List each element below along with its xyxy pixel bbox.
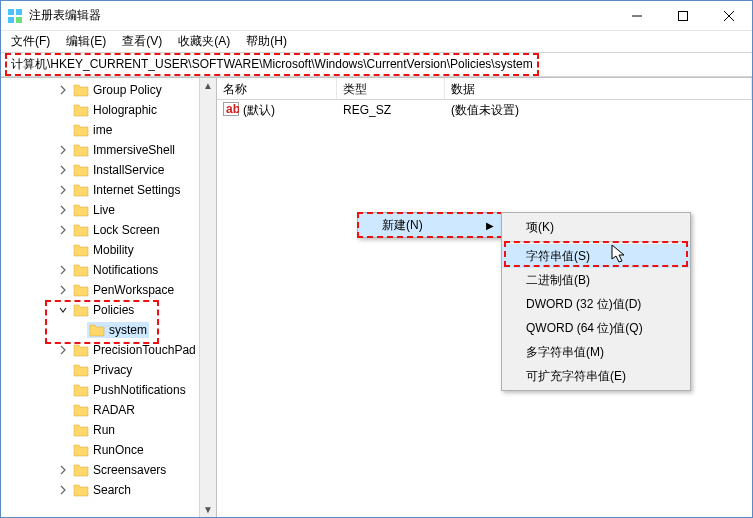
tree-toggle-icon[interactable] <box>57 484 69 496</box>
tree-item[interactable]: Mobility <box>1 240 216 260</box>
value-row[interactable]: ab (默认) REG_SZ (数值未设置) <box>217 100 752 120</box>
tree-toggle-icon[interactable] <box>57 444 69 456</box>
tree-item[interactable]: ImmersiveShell <box>1 140 216 160</box>
tree-item-label: Mobility <box>93 243 134 257</box>
tree-item[interactable]: Lock Screen <box>1 220 216 240</box>
tree-item[interactable]: Run <box>1 420 216 440</box>
tree-item-label: Lock Screen <box>93 223 160 237</box>
tree-toggle-icon[interactable] <box>57 264 69 276</box>
close-button[interactable] <box>706 1 752 30</box>
tree-toggle-icon[interactable] <box>57 284 69 296</box>
col-name[interactable]: 名称 <box>217 78 337 99</box>
tree-item[interactable]: Live <box>1 200 216 220</box>
menu-view[interactable]: 查看(V) <box>114 31 170 52</box>
ctx-sub-multi[interactable]: 多字符串值(M) <box>502 340 690 364</box>
tree-item[interactable]: Holographic <box>1 100 216 120</box>
tree-toggle-icon[interactable] <box>57 404 69 416</box>
tree-toggle-icon[interactable] <box>57 364 69 376</box>
tree-item-label: Run <box>93 423 115 437</box>
tree-item[interactable]: Search <box>1 480 216 500</box>
tree-toggle-icon[interactable] <box>57 384 69 396</box>
menu-favorites[interactable]: 收藏夹(A) <box>170 31 238 52</box>
tree-item[interactable]: PrecisionTouchPad <box>1 340 216 360</box>
values-panel: 名称 类型 数据 ab (默认) REG_SZ <box>217 78 752 517</box>
tree-item-label: Notifications <box>93 263 158 277</box>
context-menu: 新建(N) ▶ <box>357 212 503 238</box>
tree-toggle-icon[interactable] <box>57 164 69 176</box>
tree-panel: Group PolicyHolographicimeImmersiveShell… <box>1 78 217 517</box>
addressbar: 计算机\HKEY_CURRENT_USER\SOFTWARE\Microsoft… <box>1 53 752 77</box>
submenu-arrow-icon: ▶ <box>486 220 494 231</box>
tree-item-label: Internet Settings <box>93 183 180 197</box>
menu-edit[interactable]: 编辑(E) <box>58 31 114 52</box>
col-type[interactable]: 类型 <box>337 78 445 99</box>
string-value-icon: ab <box>223 102 239 119</box>
tree-item[interactable]: Notifications <box>1 260 216 280</box>
ctx-sub-binary[interactable]: 二进制值(B) <box>502 268 690 292</box>
tree-item[interactable]: InstallService <box>1 160 216 180</box>
tree-item-label: RunOnce <box>93 443 144 457</box>
app-icon <box>7 8 23 24</box>
menu-help[interactable]: 帮助(H) <box>238 31 295 52</box>
tree-item[interactable]: RADAR <box>1 400 216 420</box>
address-path[interactable]: 计算机\HKEY_CURRENT_USER\SOFTWARE\Microsoft… <box>5 53 539 76</box>
tree-toggle-icon[interactable] <box>57 344 69 356</box>
tree-item[interactable]: Privacy <box>1 360 216 380</box>
tree-toggle-icon[interactable] <box>73 324 85 336</box>
maximize-button[interactable] <box>660 1 706 30</box>
value-name-cell: ab (默认) <box>217 102 337 119</box>
tree-toggle-icon[interactable] <box>57 144 69 156</box>
svg-rect-0 <box>8 9 14 15</box>
tree-item-label: ime <box>93 123 112 137</box>
tree-item-label: Screensavers <box>93 463 166 477</box>
scroll-up-icon: ▲ <box>203 80 213 91</box>
submenu-separator <box>503 241 689 242</box>
tree-item-label: PushNotifications <box>93 383 186 397</box>
tree-item[interactable]: PushNotifications <box>1 380 216 400</box>
window-title: 注册表编辑器 <box>29 7 614 24</box>
tree-toggle-icon[interactable] <box>57 104 69 116</box>
tree-toggle-icon[interactable] <box>57 304 69 316</box>
svg-text:ab: ab <box>226 102 239 116</box>
value-name: (默认) <box>243 102 275 119</box>
tree-item[interactable]: system <box>1 320 216 340</box>
tree-item-label: PenWorkspace <box>93 283 174 297</box>
tree-toggle-icon[interactable] <box>57 464 69 476</box>
ctx-sub-key[interactable]: 项(K) <box>502 215 690 239</box>
tree-toggle-icon[interactable] <box>57 204 69 216</box>
ctx-sub-qword[interactable]: QWORD (64 位)值(Q) <box>502 316 690 340</box>
tree-toggle-icon[interactable] <box>57 224 69 236</box>
context-submenu: 项(K) 字符串值(S) 二进制值(B) DWORD (32 位)值(D) QW… <box>501 212 691 391</box>
tree-item-label: system <box>109 323 147 337</box>
tree-item-label: Group Policy <box>93 83 162 97</box>
ctx-new[interactable]: 新建(N) ▶ <box>358 213 502 237</box>
tree-item[interactable]: PenWorkspace <box>1 280 216 300</box>
minimize-button[interactable] <box>614 1 660 30</box>
tree-toggle-icon[interactable] <box>57 424 69 436</box>
tree-item[interactable]: ime <box>1 120 216 140</box>
tree-toggle-icon[interactable] <box>57 244 69 256</box>
tree-item[interactable]: Policies <box>1 300 216 320</box>
tree-item[interactable]: Screensavers <box>1 460 216 480</box>
content-area: Group PolicyHolographicimeImmersiveShell… <box>1 77 752 517</box>
values-header: 名称 类型 数据 <box>217 78 752 100</box>
menu-file[interactable]: 文件(F) <box>3 31 58 52</box>
ctx-sub-dword[interactable]: DWORD (32 位)值(D) <box>502 292 690 316</box>
tree-item-label: Live <box>93 203 115 217</box>
tree-toggle-icon[interactable] <box>57 84 69 96</box>
ctx-sub-string[interactable]: 字符串值(S) <box>502 244 690 268</box>
menubar: 文件(F) 编辑(E) 查看(V) 收藏夹(A) 帮助(H) <box>1 31 752 53</box>
tree-item-label: PrecisionTouchPad <box>93 343 196 357</box>
col-data[interactable]: 数据 <box>445 78 752 99</box>
tree-item[interactable]: Internet Settings <box>1 180 216 200</box>
tree-toggle-icon[interactable] <box>57 124 69 136</box>
tree-item[interactable]: RunOnce <box>1 440 216 460</box>
registry-editor-window: 注册表编辑器 文件(F) 编辑(E) 查看(V) 收藏夹(A) 帮助(H) 计算… <box>0 0 753 518</box>
tree-item[interactable]: Group Policy <box>1 80 216 100</box>
tree-scrollbar[interactable]: ▲ ▼ <box>199 78 216 517</box>
ctx-new-label: 新建(N) <box>382 217 423 234</box>
window-buttons <box>614 1 752 30</box>
tree-item-label: Holographic <box>93 103 157 117</box>
tree-toggle-icon[interactable] <box>57 184 69 196</box>
ctx-sub-expand[interactable]: 可扩充字符串值(E) <box>502 364 690 388</box>
